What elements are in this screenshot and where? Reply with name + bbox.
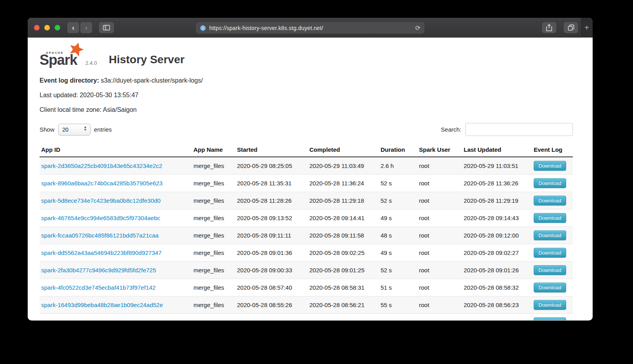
table-row: spark-dd5562a43aa54694b223bf890d927347me…: [40, 244, 573, 262]
column-header-last-updated[interactable]: Last Updated: [462, 143, 532, 157]
reload-icon[interactable]: ⟳: [415, 24, 421, 32]
download-button[interactable]: Download: [534, 265, 566, 275]
name-cell: merge_files: [192, 314, 235, 321]
show-entries-group: Show 20 ▲▼ entries: [40, 124, 112, 136]
entries-select[interactable]: 20 ▲▼: [58, 124, 91, 136]
duration-cell: 49 s: [379, 209, 417, 227]
back-button[interactable]: ‹: [67, 22, 79, 33]
event-log-cell: Download: [532, 227, 573, 244]
completed-cell: 2020-05-28 08:58:31: [308, 279, 379, 296]
app-id-link[interactable]: spark-8960a6baa2c74b0ca4285b357905e623: [41, 180, 163, 187]
app-id-link[interactable]: spark-16493d99beba48b28ae1b09ec24ad52e: [41, 302, 163, 308]
completed-cell: 2020-05-28 11:29:18: [308, 192, 379, 209]
duration-cell: 52 s: [379, 192, 417, 209]
started-cell: 2020-05-28 08:55:26: [235, 296, 308, 314]
page-title: History Server: [109, 53, 184, 68]
app-id-link[interactable]: spark-467654e9cc994e6583d9c5f97304aebc: [41, 215, 160, 221]
completed-cell: 2020-05-28 08:56:21: [308, 296, 379, 314]
name-cell: merge_files: [192, 175, 235, 192]
spark-version: 2.4.0: [85, 60, 97, 68]
minimize-window-button[interactable]: [44, 25, 50, 30]
column-header-app-id[interactable]: App ID: [40, 143, 192, 157]
table-row: spark-2d3650a225cb4091b43e65c43234e2c2me…: [40, 157, 573, 175]
sidebar-icon: [103, 25, 110, 30]
search-input[interactable]: [465, 123, 573, 136]
back-chevron-icon: ‹: [72, 24, 74, 32]
browser-window: ‹ › https://spark-history-server.k8s.stg…: [28, 18, 593, 321]
duration-cell: 55 s: [379, 296, 417, 314]
download-button[interactable]: Download: [534, 161, 566, 171]
new-tab-button[interactable]: +: [581, 18, 593, 38]
close-window-button[interactable]: [34, 25, 40, 30]
event-log-cell: Download: [532, 175, 573, 192]
table-row: spark-fccaa05726bc485f86121bdd57a21caame…: [40, 227, 573, 244]
download-button[interactable]: Download: [534, 317, 566, 320]
event-log-directory-label: Event log directory:: [40, 77, 99, 84]
column-header-completed[interactable]: Completed: [308, 143, 379, 157]
app-id-link[interactable]: spark-dd5562a43aa54694b223bf890d927347: [41, 249, 161, 256]
download-button[interactable]: Download: [534, 248, 566, 258]
column-header-event-log[interactable]: Event Log: [532, 143, 573, 157]
share-icon: [546, 24, 552, 31]
started-cell: 2020-05-28 09:00:33: [235, 262, 308, 279]
started-cell: 2020-05-28 08:54:10: [235, 314, 308, 321]
name-cell: merge_files: [192, 227, 235, 244]
timezone-line: Client local time zone: Asia/Saigon: [40, 106, 573, 113]
name-cell: merge_files: [192, 296, 235, 314]
app-id-link[interactable]: spark-2d3650a225cb4091b43e65c43234e2c2: [41, 162, 162, 169]
zoom-window-button[interactable]: [55, 25, 60, 30]
completed-cell: 2020-05-28 09:14:41: [308, 209, 379, 227]
download-button[interactable]: Download: [534, 283, 566, 292]
completed-cell: 2020-05-28 11:36:24: [308, 175, 379, 192]
updated-cell: 2020-05-28 09:12:00: [462, 227, 532, 244]
applications-table: App IDApp NameStartedCompletedDurationSp…: [40, 143, 573, 320]
column-header-spark-user[interactable]: Spark User: [417, 143, 462, 157]
app-id-link[interactable]: spark-4fc0522cd3e745ecbaf41b73f97ef142: [41, 284, 155, 291]
column-header-duration[interactable]: Duration: [379, 143, 417, 157]
column-header-app-name[interactable]: App Name: [192, 143, 235, 157]
address-bar[interactable]: https://spark-history-server.k8s.stg.duy…: [196, 22, 425, 34]
download-button[interactable]: Download: [534, 178, 566, 188]
app-id-link[interactable]: spark-5d8ece734e7c423e9ba0b8c12dfe30d0: [41, 197, 161, 204]
header-row: APACHE Spark 2.4.0 History Server: [40, 43, 573, 68]
app-id-cell: spark-87301b89320f4a3fb671a904c4fad799: [40, 314, 192, 321]
name-cell: merge_files: [192, 279, 235, 296]
plus-icon: +: [584, 23, 589, 32]
search-label: Search:: [441, 126, 461, 133]
tab-overview-button[interactable]: [564, 22, 578, 33]
user-cell: root: [417, 262, 462, 279]
download-button[interactable]: Download: [534, 230, 566, 240]
table-row: spark-5d8ece734e7c423e9ba0b8c12dfe30d0me…: [40, 192, 573, 209]
forward-button[interactable]: ›: [80, 22, 92, 33]
app-id-link[interactable]: spark-87301b89320f4a3fb671a904c4fad799: [41, 319, 158, 320]
started-cell: 2020-05-28 09:11:11: [235, 227, 308, 244]
duration-cell: 51 s: [379, 279, 417, 296]
app-id-link[interactable]: spark-fccaa05726bc485f86121bdd57a21caa: [41, 232, 159, 239]
started-cell: 2020-05-28 09:01:36: [235, 244, 308, 262]
updated-cell: 2020-05-28 09:14:43: [462, 209, 532, 227]
duration-cell: 52 s: [379, 175, 417, 192]
download-button[interactable]: Download: [534, 196, 566, 206]
app-id-cell: spark-16493d99beba48b28ae1b09ec24ad52e: [40, 296, 192, 314]
event-log-cell: Download: [532, 157, 573, 175]
spark-logo: APACHE Spark: [40, 45, 80, 68]
show-label: Show: [40, 126, 55, 133]
share-button[interactable]: [542, 22, 556, 33]
app-id-cell: spark-dd5562a43aa54694b223bf890d927347: [40, 244, 192, 262]
completed-cell: 2020-05-28 08:55:28: [308, 314, 379, 321]
download-button[interactable]: Download: [534, 213, 566, 223]
event-log-cell: Download: [532, 244, 573, 262]
column-header-started[interactable]: Started: [235, 143, 308, 157]
user-cell: root: [417, 192, 462, 209]
started-cell: 2020-05-28 11:35:31: [235, 175, 308, 192]
name-cell: merge_files: [192, 244, 235, 262]
table-controls: Show 20 ▲▼ entries Search:: [40, 123, 573, 136]
app-id-cell: spark-2d3650a225cb4091b43e65c43234e2c2: [40, 157, 192, 175]
table-row: spark-8960a6baa2c74b0ca4285b357905e623me…: [40, 175, 573, 192]
name-cell: merge_files: [192, 262, 235, 279]
app-id-link[interactable]: spark-2fa30b4277c9496c9d929fd5fd2fe725: [41, 267, 156, 273]
user-cell: root: [417, 296, 462, 314]
sidebar-toggle-button[interactable]: [99, 22, 114, 33]
app-id-cell: spark-2fa30b4277c9496c9d929fd5fd2fe725: [40, 262, 192, 279]
download-button[interactable]: Download: [534, 300, 566, 310]
